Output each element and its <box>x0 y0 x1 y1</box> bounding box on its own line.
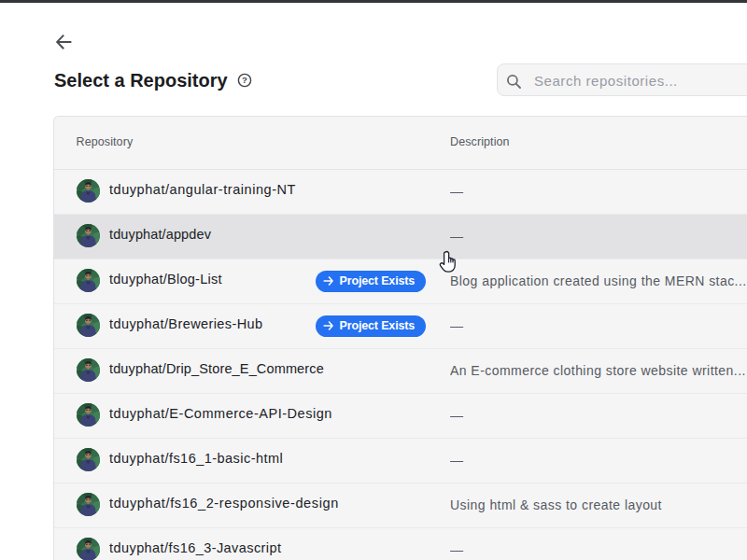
svg-text:?: ? <box>242 75 247 85</box>
